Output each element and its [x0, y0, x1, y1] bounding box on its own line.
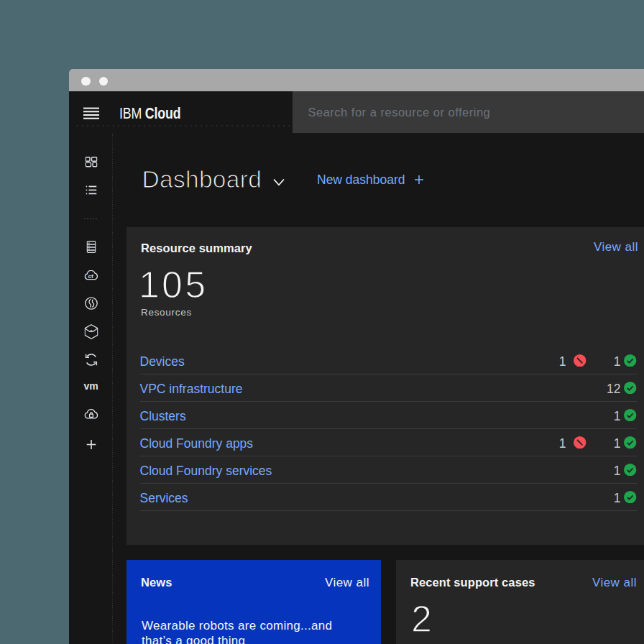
- svg-text:cf: cf: [88, 273, 93, 280]
